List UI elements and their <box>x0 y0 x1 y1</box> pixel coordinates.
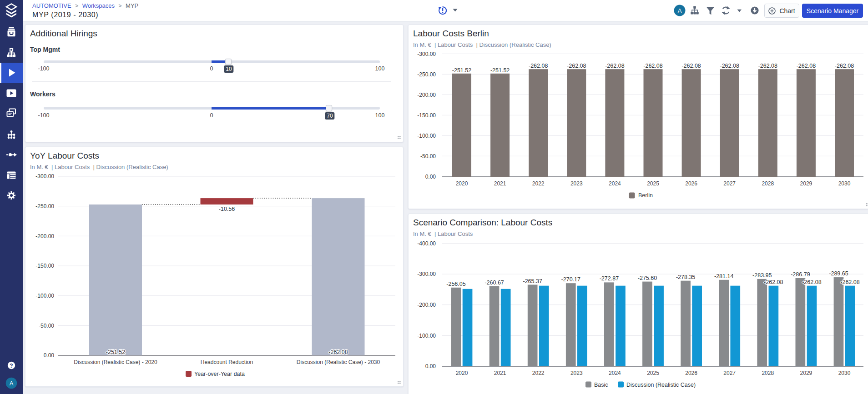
svg-text:-270.17: -270.17 <box>561 276 580 283</box>
svg-text:-262.08: -262.08 <box>529 63 548 69</box>
svg-text:-262.08: -262.08 <box>802 279 821 285</box>
svg-text:-50.00: -50.00 <box>39 323 54 329</box>
svg-text:2030: 2030 <box>838 370 851 376</box>
svg-text:0.00: 0.00 <box>425 174 436 180</box>
svg-text:2020: 2020 <box>456 180 468 187</box>
svg-text:-251.52: -251.52 <box>106 349 125 355</box>
svg-text:Berlin: Berlin <box>638 192 653 199</box>
svg-text:-300.00: -300.00 <box>417 51 436 57</box>
svg-text:-272.87: -272.87 <box>600 275 619 282</box>
svg-text:Year-over-Year data: Year-over-Year data <box>194 371 245 377</box>
svg-text:2027: 2027 <box>723 180 736 187</box>
svg-text:-150.00: -150.00 <box>417 112 436 119</box>
svg-text:-250.00: -250.00 <box>35 203 54 209</box>
svg-text:2020: 2020 <box>456 370 468 376</box>
svg-text:2029: 2029 <box>800 370 812 376</box>
svg-text:2028: 2028 <box>762 370 774 376</box>
svg-text:-262.08: -262.08 <box>681 63 701 69</box>
svg-text:2026: 2026 <box>685 180 697 187</box>
svg-text:-200.00: -200.00 <box>35 233 54 239</box>
svg-text:A: A <box>678 7 682 14</box>
svg-text:2025: 2025 <box>647 370 659 376</box>
svg-text:-150.00: -150.00 <box>35 263 54 269</box>
svg-text:-260.67: -260.67 <box>484 279 504 286</box>
svg-text:2029: 2029 <box>800 180 812 187</box>
svg-text:2023: 2023 <box>570 370 583 376</box>
svg-text:-262.08: -262.08 <box>764 279 783 285</box>
svg-text:Basic: Basic <box>594 382 608 388</box>
svg-text:2025: 2025 <box>647 180 659 187</box>
svg-text:-200.00: -200.00 <box>417 92 436 98</box>
svg-text:-262.08: -262.08 <box>605 63 624 69</box>
svg-text:-262.08: -262.08 <box>643 63 662 69</box>
svg-text:-262.08: -262.08 <box>328 349 348 355</box>
svg-text:-262.08: -262.08 <box>758 63 777 69</box>
svg-text:-262.08: -262.08 <box>567 63 586 69</box>
svg-text:-251.52: -251.52 <box>452 67 471 74</box>
svg-text:-262.08: -262.08 <box>797 63 816 69</box>
svg-text:-256.05: -256.05 <box>446 281 465 287</box>
svg-text:-250.00: -250.00 <box>417 71 436 78</box>
svg-text:-50.00: -50.00 <box>420 153 436 160</box>
svg-text:Discussion (Realistic Case) -: Discussion (Realistic Case) - 2020 <box>74 359 157 365</box>
svg-text:2027: 2027 <box>723 370 736 376</box>
svg-text:2021: 2021 <box>494 180 506 187</box>
svg-text:-286.79: -286.79 <box>791 271 810 278</box>
svg-text:-10.56: -10.56 <box>219 206 235 212</box>
svg-text:-278.35: -278.35 <box>676 274 695 280</box>
svg-text:-275.60: -275.60 <box>638 275 657 281</box>
svg-text:-300.00: -300.00 <box>35 173 54 180</box>
svg-text:-100.00: -100.00 <box>417 133 436 139</box>
svg-text:2024: 2024 <box>609 370 621 376</box>
svg-text:-262.08: -262.08 <box>840 279 859 285</box>
svg-text:2026: 2026 <box>685 370 697 376</box>
svg-text:-300.00: -300.00 <box>417 271 436 277</box>
svg-text:0.00: 0.00 <box>44 352 55 359</box>
svg-text:-283.95: -283.95 <box>752 272 772 279</box>
svg-text:Headcount Reduction: Headcount Reduction <box>201 359 253 365</box>
svg-text:2028: 2028 <box>762 180 774 187</box>
svg-text:-251.52: -251.52 <box>490 67 510 74</box>
svg-text:-400.00: -400.00 <box>417 240 436 247</box>
svg-text:-289.65: -289.65 <box>829 270 848 277</box>
svg-text:-100.00: -100.00 <box>417 333 436 339</box>
svg-text:2023: 2023 <box>570 180 583 187</box>
svg-text:2022: 2022 <box>532 370 545 376</box>
svg-text:2022: 2022 <box>532 180 545 187</box>
svg-text:-100.00: -100.00 <box>35 293 54 299</box>
svg-text:2021: 2021 <box>494 370 506 376</box>
svg-text:?: ? <box>10 363 13 369</box>
svg-text:0.00: 0.00 <box>425 363 436 369</box>
svg-text:Discussion (Realistic Case): Discussion (Realistic Case) <box>626 382 696 388</box>
svg-text:2030: 2030 <box>838 180 851 187</box>
svg-text:Discussion (Realistic Case) -: Discussion (Realistic Case) - 2030 <box>297 359 380 365</box>
svg-text:-265.37: -265.37 <box>523 278 542 284</box>
svg-text:-262.08: -262.08 <box>720 63 739 69</box>
svg-text:-281.14: -281.14 <box>714 273 733 279</box>
svg-text:2024: 2024 <box>609 180 621 187</box>
svg-text:-262.08: -262.08 <box>835 63 854 69</box>
svg-text:A: A <box>10 380 14 387</box>
svg-text:-200.00: -200.00 <box>417 302 436 308</box>
